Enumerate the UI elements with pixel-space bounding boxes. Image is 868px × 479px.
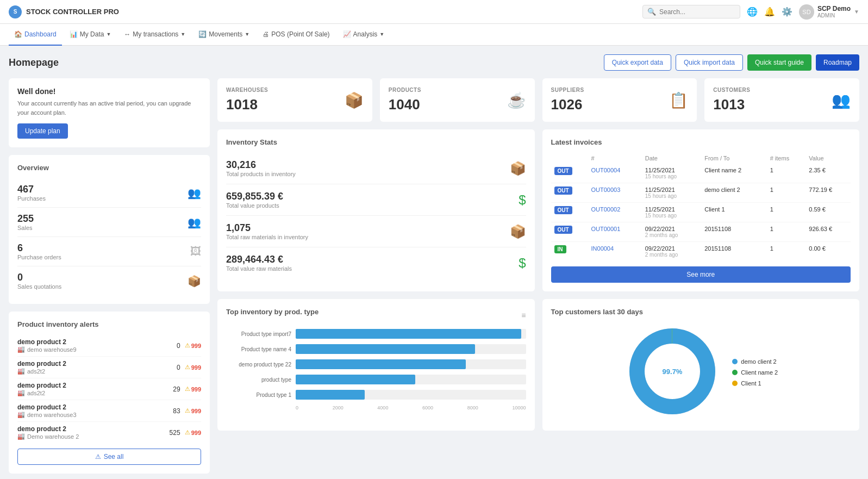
donut-center-label: 99.7%: [663, 368, 683, 376]
globe-icon[interactable]: 🌐: [747, 7, 758, 17]
invoice-from-to: Client name 2: [701, 164, 766, 183]
bar-fill: [296, 329, 521, 339]
overview-icon: 🖼: [190, 245, 201, 258]
warehouse-icon: 🏭: [17, 368, 25, 375]
invoice-items: 1: [767, 203, 806, 222]
logo-icon: S: [9, 5, 22, 18]
invoice-number[interactable]: OUT00004: [588, 164, 642, 183]
bottom-row: Top inventory by prod. type ≡ Product ty…: [217, 299, 859, 431]
donut-legend: demo client 2 Client name 2 Client 1: [732, 358, 778, 387]
overview-item: 0 Sales quotations 📦: [17, 266, 201, 295]
trial-title: Well done!: [17, 87, 201, 96]
alert-qty: 0: [177, 364, 180, 371]
nav-movements[interactable]: 🔄 Movements ▼: [193, 24, 255, 46]
stat-icon: 📦: [345, 91, 364, 109]
nav-pos[interactable]: 🖨 POS (Point Of Sale): [257, 24, 335, 46]
update-plan-button[interactable]: Update plan: [17, 123, 68, 139]
chart-menu-icon[interactable]: ≡: [521, 311, 526, 320]
main-nav: 🏠 Dashboard 📊 My Data ▼ ↔ My transaction…: [0, 24, 868, 46]
overview-label: Purchase orders: [17, 254, 61, 260]
nav-dashboard[interactable]: 🏠 Dashboard: [9, 24, 62, 46]
see-all-alerts-button[interactable]: ⚠ See all: [17, 449, 201, 465]
invoices-col-header: #: [588, 153, 642, 164]
warehouse-icon: 🏭: [17, 411, 25, 418]
invoice-value: 0.59 €: [805, 203, 851, 222]
invoice-type: OUT: [551, 222, 588, 242]
invoices-table: #DateFrom / To# itemsValue OUT OUT00004 …: [551, 153, 851, 261]
search-box[interactable]: 🔍: [642, 5, 740, 18]
list-item: Product type name 4: [226, 344, 526, 354]
alerts-card: Product inventory alerts demo product 2 …: [9, 312, 210, 474]
nav-my-transactions[interactable]: ↔ My transactions ▼: [118, 24, 191, 46]
quick-start-guide-button[interactable]: Quick start guide: [747, 54, 811, 71]
invoice-number[interactable]: OUT00002: [588, 203, 642, 222]
page-title: Homepage: [9, 57, 59, 69]
stats-row: WAREHOUSES 1018 📦 PRODUCTS 1040 ☕ SUPPLI…: [217, 78, 859, 122]
warehouse-icon: 🏭: [17, 433, 25, 440]
user-details: SCP Demo ADMIN: [817, 5, 851, 18]
axis-label: 8000: [467, 405, 478, 410]
bar-fill: [296, 375, 415, 384]
topbar-right: 🔍 🌐 🔔 ⚙️ SD SCP Demo ADMIN ▼: [642, 4, 859, 20]
list-item: Product type 1: [226, 390, 526, 400]
overview-label: Sales: [17, 225, 34, 231]
inv-stat-value: 30,216: [226, 159, 296, 171]
nav-my-data[interactable]: 📊 My Data ▼: [64, 24, 117, 46]
alert-warning: ⚠ 999: [185, 429, 201, 436]
quick-export-button[interactable]: Quick export data: [604, 54, 671, 71]
app-name: STOCK CONTROLLER PRO: [26, 8, 119, 16]
stat-card: WAREHOUSES 1018 📦: [217, 78, 372, 122]
bar-fill: [296, 344, 475, 354]
alert-item: demo product 2 🏭Demo warehouse 2 525 ⚠ 9…: [17, 422, 201, 443]
invoice-items: 1: [767, 164, 806, 183]
alert-qty: 0: [177, 342, 180, 350]
bar-label: product type: [226, 377, 291, 383]
axis-label: 0: [296, 405, 298, 410]
nav-analysis[interactable]: 📈 Analysis ▼: [338, 24, 390, 46]
invoice-type: OUT: [551, 183, 588, 203]
avatar: SD: [799, 4, 814, 20]
legend-item: Client name 2: [732, 369, 778, 376]
my-data-icon: 📊: [70, 30, 78, 38]
roadmap-button[interactable]: Roadmap: [816, 54, 859, 71]
donut-svg: 99.7%: [623, 322, 721, 420]
bell-icon[interactable]: 🔔: [764, 7, 775, 17]
quick-import-button[interactable]: Quick import data: [676, 54, 743, 71]
invoice-items: 1: [767, 183, 806, 203]
stat-value: 1018: [226, 96, 268, 113]
invoice-type: OUT: [551, 203, 588, 222]
transactions-icon: ↔: [124, 30, 130, 38]
left-column: Well done! Your account currently has an…: [9, 78, 210, 474]
topbar: S STOCK CONTROLLER PRO 🔍 🌐 🔔 ⚙️ SD SCP D…: [0, 0, 868, 24]
alert-item: demo product 2 🏭ads2t2 29 ⚠ 999: [17, 378, 201, 400]
gear-icon[interactable]: ⚙️: [782, 7, 792, 17]
invoice-number[interactable]: OUT00003: [588, 183, 642, 203]
inv-stat-value: 289,464.43 €: [226, 254, 292, 265]
invoice-number[interactable]: IN00004: [588, 242, 642, 262]
trial-card: Well done! Your account currently has an…: [9, 78, 210, 147]
invoice-number[interactable]: OUT00001: [588, 222, 642, 242]
see-more-invoices-button[interactable]: See more: [551, 266, 851, 283]
bar-track: [296, 344, 526, 354]
invoices-col-header: From / To: [701, 153, 766, 164]
main-layout: Well done! Your account currently has an…: [9, 78, 859, 474]
alert-warning: ⚠ 999: [185, 385, 201, 393]
bar-chart-title: Top inventory by prod. type: [226, 308, 319, 316]
overview-icon: 👥: [188, 186, 201, 200]
user-name: SCP Demo: [817, 5, 851, 13]
stat-icon: 👥: [832, 91, 851, 109]
overview-value: 0: [17, 272, 61, 283]
overview-item: 6 Purchase orders 🖼: [17, 237, 201, 266]
movements-chevron-icon: ▼: [245, 32, 249, 37]
invoice-from-to: 20151108: [701, 242, 766, 262]
donut-container: 99.7% demo client 2 Client name 2 Client…: [551, 322, 851, 422]
search-input[interactable]: [659, 8, 735, 16]
nav-dashboard-label: Dashboard: [24, 30, 57, 38]
bar-track: [296, 390, 526, 400]
inv-stat-item: 30,216 Total products in inventory 📦: [226, 153, 526, 184]
bar-label: Product type 1: [226, 392, 291, 398]
user-menu[interactable]: SD SCP Demo ADMIN ▼: [799, 4, 859, 20]
alert-product: demo product 2: [17, 360, 66, 368]
table-row: OUT OUT00003 11/25/202115 hours ago demo…: [551, 183, 851, 203]
legend-dot: [732, 359, 738, 364]
